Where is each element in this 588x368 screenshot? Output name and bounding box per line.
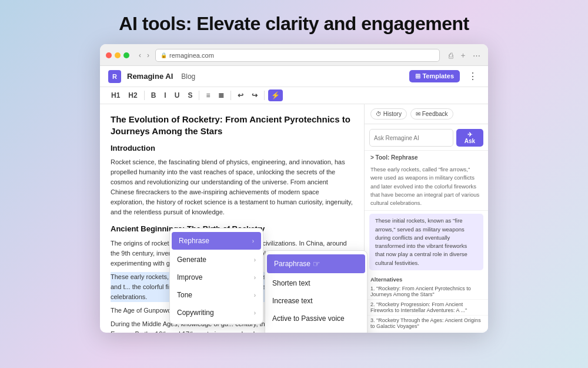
panel-top-bar: ⏱ History ✉ Feedback (365, 104, 488, 124)
menu-item-generate[interactable]: Generate › (170, 251, 263, 268)
menu-item-tone[interactable]: Tone › (170, 286, 263, 304)
intro-paragraph: Rocket science, the fascinating blend of… (111, 157, 353, 217)
forward-button[interactable]: › (145, 50, 152, 61)
tool-label: > Tool: Rephrase (365, 151, 488, 163)
submenu-active-passive-label: Active to Passive voice (272, 314, 345, 323)
cursor-icon: ☞ (313, 259, 320, 268)
unordered-list-button[interactable]: ≡ (203, 89, 213, 101)
address-bar[interactable]: 🔒 remaginea.com (155, 49, 440, 62)
submenu-item-increase[interactable]: Increase text (265, 292, 367, 310)
nav-buttons: ‹ › (136, 50, 152, 61)
more-button[interactable]: ⋯ (471, 49, 482, 61)
chevron-right-icon: › (252, 238, 254, 244)
add-tab-button[interactable]: ＋ (457, 49, 469, 61)
h2-button[interactable]: H2 (125, 89, 140, 101)
browser-window: ‹ › 🔒 remaginea.com ⎙ ＋ ⋯ R Remagine AI … (100, 44, 488, 333)
toolbar-divider-2 (199, 91, 199, 100)
alternative-3[interactable]: 3. "Rocketry Through the Ages: Ancient O… (365, 316, 488, 331)
history-button[interactable]: ⏱ History (370, 108, 407, 120)
url-text: remaginea.com (169, 52, 214, 59)
app-header: R Remagine AI Blog ⊞ Templates ⋮ (100, 66, 488, 87)
menu-item-improve-label: Improve (177, 273, 202, 281)
menu-item-copywriting[interactable]: Copywriting › (170, 304, 263, 321)
menu-item-tone-label: Tone (177, 291, 192, 299)
ai-button[interactable]: ⚡ (268, 89, 283, 101)
app-logo: R (108, 70, 121, 83)
more-options-button[interactable]: ⋮ (466, 69, 480, 83)
lock-icon: 🔒 (161, 52, 167, 58)
panel-text-original: These early rockets, called "fire arrows… (365, 163, 488, 211)
browser-chrome: ‹ › 🔒 remaginea.com ⎙ ＋ ⋯ (100, 44, 488, 66)
context-menu: Rephrase › Generate › Improve › Tone › C… (169, 228, 263, 324)
menu-item-generate-label: Generate (177, 256, 206, 264)
chevron-right-icon-5: › (254, 310, 256, 316)
main-content: The Evolution of Rocketry: From Ancient … (100, 104, 488, 333)
formatting-toolbar: H1 H2 B I U S ≡ ≣ ↩ ↪ ⚡ (100, 87, 488, 104)
document-title: The Evolution of Rocketry: From Ancient … (111, 114, 353, 137)
minimize-dot[interactable] (115, 52, 121, 58)
ask-input[interactable] (369, 129, 453, 147)
submenu-item-active-passive[interactable]: Active to Passive voice (265, 310, 367, 327)
redo-button[interactable]: ↪ (249, 89, 260, 101)
app-name: Remagine AI (127, 72, 173, 81)
back-button[interactable]: ‹ (136, 50, 143, 61)
fullscreen-dot[interactable] (123, 52, 129, 58)
chevron-right-icon-2: › (254, 257, 256, 263)
underline-button[interactable]: U (172, 89, 183, 101)
h1-button[interactable]: H1 (108, 89, 123, 101)
traffic-lights (106, 52, 129, 58)
ask-button[interactable]: ✈ Ask (456, 129, 483, 147)
panel-alternatives-title: Alternatives (365, 273, 488, 284)
chevron-right-icon-3: › (254, 274, 256, 281)
blog-link[interactable]: Blog (181, 72, 195, 81)
undo-button[interactable]: ↩ (235, 89, 246, 101)
templates-button[interactable]: ⊞ Templates (409, 70, 460, 82)
intro-heading: Introduction (111, 142, 353, 154)
submenu-increase-label: Increase text (272, 297, 313, 305)
alternative-1[interactable]: 1. "Rocketry: From Ancient Pyrotechnics … (365, 284, 488, 300)
close-dot[interactable] (106, 52, 112, 58)
submenu-shorten-label: Shorten text (272, 279, 310, 287)
toolbar-divider-1 (144, 91, 145, 100)
page-title: AI tools: Elevate clarity and engagement (119, 13, 469, 35)
menu-item-rephrase-label: Rephrase (179, 237, 209, 245)
right-panel: ⏱ History ✉ Feedback ✈ Ask > Tool: Rephr… (365, 104, 488, 333)
submenu-paraphrase-label: Paraphrase (274, 260, 310, 268)
rephrase-submenu: Paraphrase ☞ Shorten text Increase text … (265, 250, 368, 333)
toolbar-divider-4 (264, 91, 265, 100)
strikethrough-button[interactable]: S (185, 89, 195, 101)
ordered-list-button[interactable]: ≣ (215, 89, 227, 101)
italic-button[interactable]: I (161, 89, 169, 101)
chrome-actions: ⎙ ＋ ⋯ (447, 49, 482, 61)
submenu-item-paraphrase[interactable]: Paraphrase ☞ (267, 254, 365, 273)
panel-text-rephrased: These initial rockets, known as "fire ar… (369, 214, 483, 270)
alternative-2[interactable]: 2. "Rocketry Progression: From Ancient F… (365, 300, 488, 316)
alternative-4[interactable]: 4. "The Journey of Rockets: From Early F… (365, 331, 488, 333)
menu-item-rephrase[interactable]: Rephrase › (172, 232, 261, 250)
share-button[interactable]: ⎙ (447, 49, 455, 61)
chevron-right-icon-4: › (254, 292, 256, 299)
menu-item-improve[interactable]: Improve › (170, 268, 263, 286)
ask-input-area: ✈ Ask (365, 124, 488, 151)
bold-button[interactable]: B (148, 89, 159, 101)
feedback-button[interactable]: ✉ Feedback (410, 108, 453, 120)
menu-item-copywriting-label: Copywriting (177, 309, 214, 317)
context-menu-wrapper: Rephrase › Generate › Improve › Tone › C… (169, 228, 368, 324)
toolbar-divider-3 (230, 91, 231, 100)
submenu-item-shorten[interactable]: Shorten text (265, 274, 367, 292)
